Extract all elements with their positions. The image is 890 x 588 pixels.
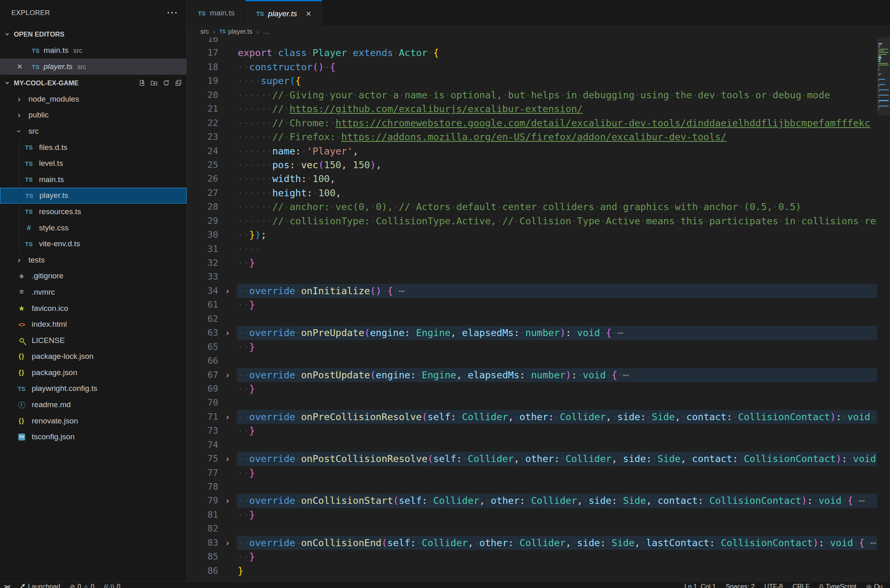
tree-file--nvmrc[interactable]: ≡.nvmrc xyxy=(0,284,187,300)
tree-file-files-d-ts[interactable]: TSfiles.d.ts xyxy=(0,139,187,156)
status-left: ><Launchpad⊘0△0((·))0 xyxy=(4,583,120,588)
tree-file-package-lock-json[interactable]: {}package-lock.json xyxy=(0,349,187,365)
whitespace-dot: · xyxy=(525,369,531,381)
warning-count: 0 xyxy=(91,583,94,588)
close-icon[interactable]: × xyxy=(306,9,311,19)
tree-file-index-html[interactable]: <>index.html xyxy=(0,316,187,332)
status-problems[interactable]: ⊘0△0 xyxy=(70,583,94,588)
code-text xyxy=(237,312,877,326)
typescript-icon: TS xyxy=(25,144,33,151)
fold-column xyxy=(218,228,237,242)
file-name: readme.md xyxy=(32,400,71,409)
fold-chevron-icon[interactable]: › xyxy=(218,536,237,550)
tree-file-vite-env-d-ts[interactable]: TSvite-env.d.ts xyxy=(0,236,187,252)
code-line: 30··}); xyxy=(187,228,877,242)
fold-chevron-icon[interactable]: › xyxy=(218,494,237,508)
whitespace-dot: · xyxy=(267,173,272,184)
status-rocket[interactable]: Launchpad xyxy=(20,583,60,588)
code-text xyxy=(237,438,877,452)
whitespace-dot: · xyxy=(514,215,519,227)
explorer-toolbar xyxy=(139,75,182,91)
status-qu[interactable]: ◎Qu xyxy=(866,583,883,588)
whitespace-dot: · xyxy=(560,453,565,464)
code-editor[interactable]: 1617export·class·Player·extends·Actor·{1… xyxy=(187,37,877,588)
minimap[interactable] xyxy=(877,37,890,588)
tree-file-tsconfig-json[interactable]: TStsconfig.json xyxy=(0,429,187,445)
file-name: tsconfig.json xyxy=(32,432,75,441)
close-icon[interactable]: × xyxy=(17,59,22,75)
tab-main-ts[interactable]: TSmain.ts xyxy=(187,0,245,26)
tree-file-renovate-json[interactable]: {}renovate.json xyxy=(0,413,187,429)
fold-column xyxy=(218,116,237,130)
tree-file-main-ts[interactable]: TSmain.ts xyxy=(0,171,187,188)
status-typescript[interactable]: {}TypeScript xyxy=(819,583,857,588)
tab-player-ts[interactable]: TSplayer.ts× xyxy=(245,0,322,26)
fold-chevron-icon[interactable]: › xyxy=(218,326,237,340)
breadcrumb-item[interactable]: … xyxy=(263,28,269,35)
whitespace-dot: · xyxy=(715,537,721,549)
whitespace-dot: · xyxy=(554,411,560,423)
whitespace-dot: · xyxy=(462,453,468,464)
project-root-header[interactable]: › MY-COOL-EX-GAME xyxy=(0,75,187,91)
status-utf-8[interactable]: UTF-8 xyxy=(764,583,783,588)
whitespace-dot: · xyxy=(243,369,249,381)
minimap-line xyxy=(878,104,879,104)
open-editor-item[interactable]: ×TSplayer.tssrc xyxy=(0,59,187,75)
chevron-right-icon: › xyxy=(15,256,23,265)
breadcrumb[interactable]: src›TSplayer.ts›… xyxy=(187,26,877,37)
whitespace-dot: · xyxy=(249,89,255,101)
code-line: 85··} xyxy=(187,550,877,564)
breadcrumb-item[interactable]: src xyxy=(200,28,209,35)
status-ln-1-col-1[interactable]: Ln 1, Col 1 xyxy=(684,583,716,588)
tree-file-playwright-config-ts[interactable]: TSplaywright.config.ts xyxy=(0,381,187,397)
tree-file-favicon-ico[interactable]: ★favicon.ico xyxy=(0,300,187,317)
tree-file-license[interactable]: LICENSE xyxy=(0,332,187,349)
whitespace-dot: · xyxy=(514,411,519,423)
whitespace-dot: · xyxy=(410,201,416,213)
status-remote-indicator[interactable]: >< xyxy=(4,583,10,588)
fold-column xyxy=(218,466,237,480)
collapse-all-icon[interactable] xyxy=(175,80,182,86)
tree-folder-node-modules[interactable]: ›node_modules xyxy=(0,91,187,107)
tree-file-resources-ts[interactable]: TSresources.ts xyxy=(0,204,187,220)
whitespace-dot: · xyxy=(519,327,525,338)
whitespace-dot: · xyxy=(255,145,260,157)
tree-file-player-ts[interactable]: TSplayer.ts xyxy=(0,188,187,204)
breadcrumb-item[interactable]: player.ts xyxy=(228,28,252,35)
tree-file-package-json[interactable]: {}package.json xyxy=(0,365,187,381)
tree-file-style-css[interactable]: #style.css xyxy=(0,220,187,236)
status-ports[interactable]: ((·))0 xyxy=(104,583,120,588)
whitespace-dot: · xyxy=(243,229,249,241)
new-file-icon[interactable] xyxy=(139,80,145,86)
tree-file-level-ts[interactable]: TSlevel.ts xyxy=(0,155,187,171)
tree-file-readme-md[interactable]: ireadme.md xyxy=(0,397,187,413)
tree-folder-tests[interactable]: ›tests xyxy=(0,252,187,268)
status-spaces-2[interactable]: Spaces: 2 xyxy=(726,583,755,588)
whitespace-dot: · xyxy=(773,201,778,213)
tree-folder-src[interactable]: ›src xyxy=(0,123,187,139)
file-icon-cell: {} xyxy=(15,353,28,360)
open-editors-header[interactable]: › OPEN EDITORS xyxy=(0,26,187,42)
file-icon-cell: TS xyxy=(23,144,35,151)
whitespace-dot: · xyxy=(519,453,525,464)
whitespace-dot: · xyxy=(577,369,583,381)
whitespace-dot: · xyxy=(295,495,301,506)
refresh-icon[interactable] xyxy=(163,80,169,86)
fold-chevron-icon[interactable]: › xyxy=(218,368,237,382)
minimap-line xyxy=(878,75,879,76)
fold-chevron-icon[interactable]: › xyxy=(218,284,237,298)
tree-folder-public[interactable]: ›public xyxy=(0,107,187,124)
new-folder-icon[interactable] xyxy=(151,80,157,86)
fold-chevron-icon[interactable]: › xyxy=(218,452,237,466)
whitespace-dot: · xyxy=(606,369,612,381)
more-actions-icon[interactable]: ··· xyxy=(167,8,178,18)
tree-file--gitignore[interactable]: ◆.gitignore xyxy=(0,268,187,284)
open-editor-item[interactable]: TSmain.tssrc xyxy=(0,42,187,59)
whitespace-dot: · xyxy=(267,201,272,213)
whitespace-dot: · xyxy=(249,131,255,143)
code-line: 24······name:·'Player', xyxy=(187,144,877,158)
status-crlf[interactable]: CRLF xyxy=(792,583,810,588)
code-line: 26······width:·100, xyxy=(187,172,877,186)
fold-chevron-icon[interactable]: › xyxy=(218,410,237,424)
project-name: MY-COOL-EX-GAME xyxy=(14,79,79,87)
